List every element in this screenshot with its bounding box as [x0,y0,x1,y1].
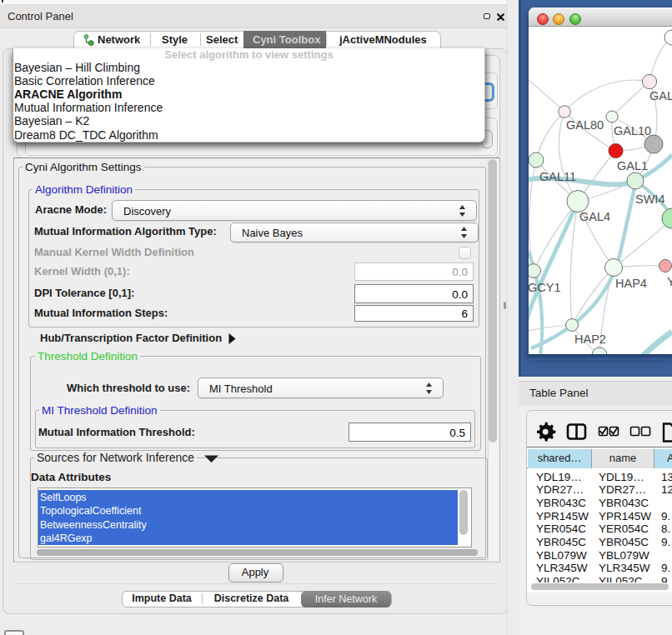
svg-text:YM: YM [667,275,672,288]
svg-text:GAL4: GAL4 [579,210,610,223]
svg-text:HAP4: HAP4 [615,277,647,290]
svg-text:GAL1: GAL1 [617,159,648,172]
svg-text:GCY1: GCY1 [529,281,561,294]
svg-text:GAL80: GAL80 [566,118,604,132]
svg-text:GAL11: GAL11 [539,170,576,183]
svg-text:SWI4: SWI4 [635,192,664,206]
svg-text:GAL2: GAL2 [649,89,672,102]
svg-text:GAL10: GAL10 [614,124,651,138]
svg-text:HAP2: HAP2 [574,332,606,346]
